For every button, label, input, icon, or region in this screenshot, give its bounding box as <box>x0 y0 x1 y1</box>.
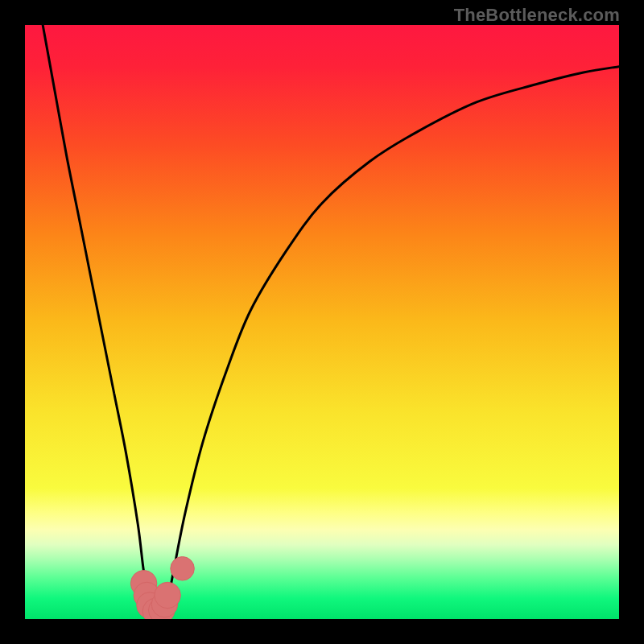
curves-layer <box>25 25 619 619</box>
plot-area <box>25 25 619 619</box>
curve-marker <box>155 582 180 608</box>
chart-stage: TheBottleneck.com <box>0 0 644 644</box>
curve-markers <box>130 557 194 619</box>
curve-marker <box>171 557 195 581</box>
bottleneck-curve <box>43 25 619 618</box>
watermark-text: TheBottleneck.com <box>454 5 620 26</box>
